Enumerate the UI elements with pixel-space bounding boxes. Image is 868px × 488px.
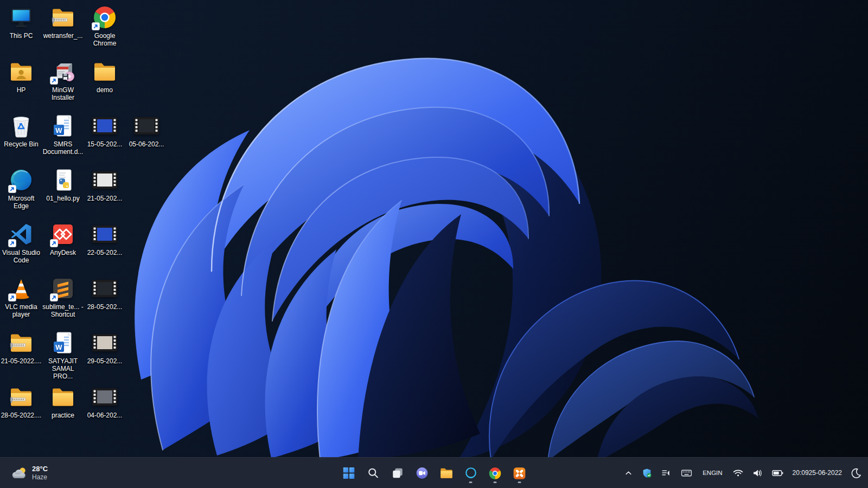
desktop: This PC wetransfer_... Google Chrome HP … xyxy=(0,0,868,457)
desktop-icon-vscode[interactable]: Visual Studio Code xyxy=(1,221,42,264)
installer-icon xyxy=(50,59,76,85)
desktop-icon-this-pc[interactable]: This PC xyxy=(1,4,42,40)
network-tray-button[interactable] xyxy=(731,467,745,479)
volume-mixer-tray-button[interactable] xyxy=(659,466,674,480)
file-explorer-button[interactable] xyxy=(436,463,457,484)
moon-icon xyxy=(851,468,861,478)
desktop-icon-sublime-shortcut[interactable]: sublime_te... - Shortcut xyxy=(42,275,84,318)
desktop-icon-video-21-05[interactable]: 21-05-202... xyxy=(84,167,125,202)
search-button[interactable] xyxy=(362,463,384,484)
vscode-icon xyxy=(8,221,34,247)
desktop-icon-wetransfer-zip[interactable]: wetransfer_... xyxy=(42,4,84,40)
volume-tray-button[interactable] xyxy=(750,466,765,480)
desktop-icon-video-04-06[interactable]: 04-06-202... xyxy=(84,384,125,419)
zip-folder-icon xyxy=(8,330,34,356)
desktop-icon-hp-folder[interactable]: HP xyxy=(1,59,42,94)
word-doc-icon xyxy=(50,113,76,139)
desktop-icon-video-28-05[interactable]: 28-05-202... xyxy=(84,275,125,311)
chrome-button[interactable] xyxy=(484,463,506,484)
chat-button[interactable] xyxy=(411,463,433,484)
desktop-icon-label: 28-05-202... xyxy=(87,303,123,311)
desktop-icon-mingw-installer[interactable]: MinGW Installer xyxy=(42,59,84,101)
desktop-icon-satyajit-document[interactable]: SATYAJIT SAMAL PRO... xyxy=(42,330,84,380)
shortcut-arrow-icon xyxy=(8,185,16,193)
desktop-icon-video-05-06[interactable]: 05-06-202... xyxy=(126,113,167,148)
desktop-icon-vlc[interactable]: VLC media player xyxy=(1,275,42,318)
keyboard-icon xyxy=(681,468,692,478)
desktop-icon-recycle-bin[interactable]: Recycle Bin xyxy=(1,113,42,148)
desktop-icon-video-15-05[interactable]: 15-05-202... xyxy=(84,113,125,148)
clock-date: 25-06-2022 xyxy=(809,469,842,478)
alexa-button[interactable] xyxy=(460,463,482,484)
desktop-icon-label: sublime_te... - Shortcut xyxy=(42,303,84,318)
desktop-icon-zip-21-05[interactable]: 21-05-2022.... xyxy=(1,330,42,365)
desktop-icon-label: 15-05-202... xyxy=(87,140,123,148)
show-hidden-icons-button[interactable] xyxy=(622,467,635,479)
desktop-icon-google-chrome[interactable]: Google Chrome xyxy=(84,4,125,47)
video-file-icon xyxy=(92,275,118,301)
desktop-icon-anydesk[interactable]: AnyDesk xyxy=(42,221,84,256)
chrome-icon xyxy=(92,4,118,30)
video-file-icon xyxy=(92,330,118,356)
touch-keyboard-button[interactable] xyxy=(679,466,694,480)
desktop-icon-label: Microsoft Edge xyxy=(1,195,42,210)
clock-time: 20:09 xyxy=(793,469,809,478)
clock[interactable]: 20:09 25-06-2022 xyxy=(790,468,844,479)
shortcut-arrow-icon xyxy=(50,239,58,247)
chrome-icon xyxy=(488,466,502,480)
task-view-button[interactable] xyxy=(387,463,409,484)
desktop-icon-microsoft-edge[interactable]: Microsoft Edge xyxy=(1,167,42,210)
running-indicator xyxy=(469,481,473,483)
widgets-weather-button[interactable]: 28°C Haze xyxy=(3,458,54,488)
xampp-button[interactable] xyxy=(509,463,531,484)
language-line1: ENG xyxy=(703,469,716,477)
running-indicator xyxy=(518,481,521,483)
desktop-icon-video-29-05[interactable]: 29-05-202... xyxy=(84,330,125,365)
task-view-icon xyxy=(392,467,403,479)
desktop-icon-label: 21-05-2022.... xyxy=(1,357,42,365)
taskbar-apps xyxy=(338,458,531,488)
search-icon xyxy=(367,467,379,479)
desktop-icon-label: 04-06-202... xyxy=(87,412,123,419)
desktop-icon-label: 21-05-202... xyxy=(87,195,123,202)
desktop-icon-label: wetransfer_... xyxy=(43,32,83,40)
shortcut-arrow-icon xyxy=(50,76,58,85)
desktop-icon-demo-folder[interactable]: demo xyxy=(84,59,125,94)
focus-assist-button[interactable] xyxy=(849,466,864,480)
volume-mixer-icon xyxy=(661,468,672,478)
desktop-icon-label: Visual Studio Code xyxy=(1,249,42,264)
this-pc-icon xyxy=(8,4,34,30)
desktop-icon-label: practice xyxy=(52,412,74,419)
shortcut-arrow-icon xyxy=(8,239,16,247)
shortcut-arrow-icon xyxy=(50,293,58,301)
zip-folder-icon xyxy=(50,4,76,30)
desktop-icon-label: 22-05-202... xyxy=(87,249,123,256)
user-folder-icon xyxy=(8,59,34,85)
desktop-icon-smrs-document[interactable]: SMRS Document.d... xyxy=(42,113,84,156)
desktop-icon-zip-28-05[interactable]: 28-05-2022.... xyxy=(1,384,42,419)
word-doc-icon xyxy=(50,330,76,356)
language-line2: IN xyxy=(716,469,723,477)
desktop-icon-practice-folder[interactable]: practice xyxy=(42,384,84,419)
weather-condition: Haze xyxy=(32,473,48,481)
desktop-icon-label: 28-05-2022.... xyxy=(1,412,42,419)
desktop-icon-label: HP xyxy=(17,86,26,94)
start-button[interactable] xyxy=(338,463,360,484)
desktop-icon-label: demo xyxy=(97,86,113,94)
anydesk-icon xyxy=(50,221,76,247)
weather-text: 28°C Haze xyxy=(32,465,48,481)
shortcut-arrow-icon xyxy=(92,22,100,30)
desktop-icon-video-22-05[interactable]: 22-05-202... xyxy=(84,221,125,256)
desktop-icon-python-file[interactable]: 01_hello.py xyxy=(42,167,84,202)
battery-icon xyxy=(772,470,783,477)
language-indicator[interactable]: ENG IN xyxy=(699,468,725,478)
windows-security-tray-button[interactable] xyxy=(640,466,654,480)
desktop-icon-label: 05-06-202... xyxy=(129,140,164,148)
wifi-icon xyxy=(733,469,743,477)
desktop-icon-label: This PC xyxy=(10,32,33,40)
desktop-icon-label: SATYAJIT SAMAL PRO... xyxy=(42,357,84,380)
battery-tray-button[interactable] xyxy=(770,467,786,479)
weather-temperature: 28°C xyxy=(32,465,48,473)
vlc-icon xyxy=(8,275,34,301)
desktop-icon-label: MinGW Installer xyxy=(42,86,84,101)
